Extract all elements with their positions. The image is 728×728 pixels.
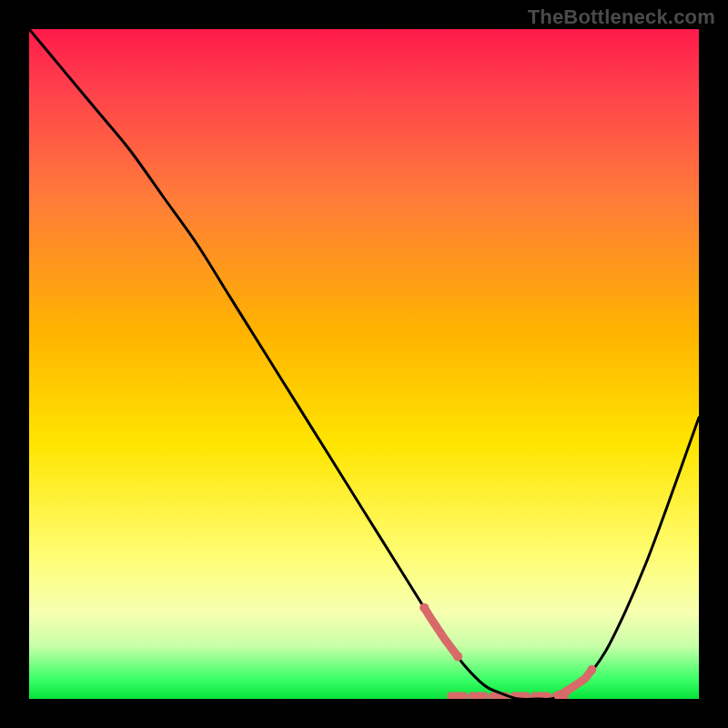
gradient-background xyxy=(29,29,699,699)
watermark-text: TheBottleneck.com xyxy=(528,5,715,29)
highlight-endpoint xyxy=(453,652,462,661)
plot-area xyxy=(29,29,699,699)
chart-frame: TheBottleneck.com xyxy=(0,0,728,728)
bottleneck-chart xyxy=(29,29,699,699)
highlight-endpoint xyxy=(587,665,596,674)
highlight-endpoint xyxy=(420,603,429,612)
